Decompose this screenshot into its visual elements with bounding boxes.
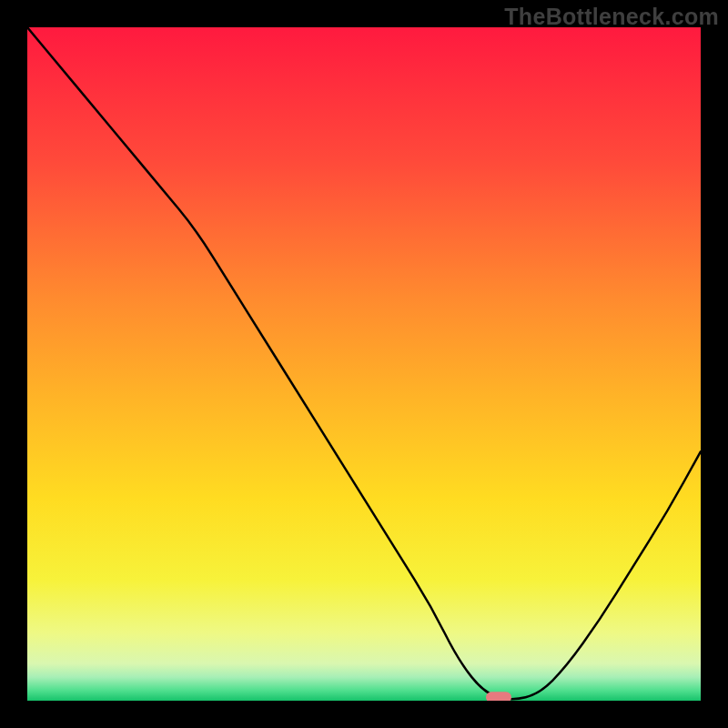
chart-background — [27, 27, 701, 701]
chart-plot-area — [27, 27, 701, 701]
chart-frame: TheBottleneck.com — [0, 0, 728, 728]
chart-svg — [27, 27, 701, 701]
optimum-marker — [486, 692, 511, 701]
watermark-text: TheBottleneck.com — [504, 4, 719, 30]
